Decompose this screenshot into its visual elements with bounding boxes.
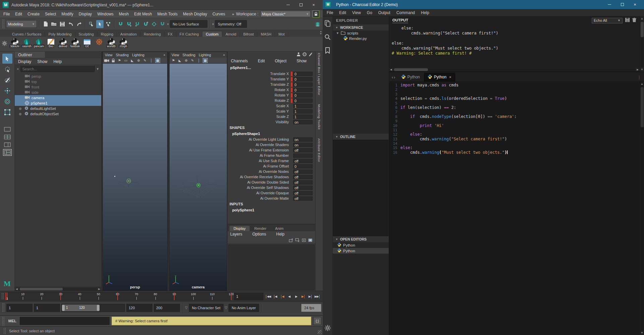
channel-value-field[interactable]: 0 — [293, 88, 313, 92]
maya-menu-create[interactable]: Create — [27, 12, 40, 16]
shelf-button-fastbak[interactable]: fastBak — [70, 38, 80, 48]
close-button[interactable]: × — [307, 1, 320, 9]
move-tool[interactable] — [2, 86, 12, 96]
charcoal-menu-output[interactable]: Output — [378, 10, 390, 15]
scroll-right-icon[interactable]: ▶ — [636, 68, 640, 71]
output-vscrollbar[interactable]: ▲ ▼ — [640, 16, 644, 72]
shelf-tab-fx-caching[interactable]: FX Caching — [176, 31, 202, 37]
shelf-tab-curves-surfaces[interactable]: Curves / Surfaces — [9, 31, 45, 37]
live-surface-field[interactable]: No Live Surface — [170, 20, 207, 28]
echo-mode-select[interactable]: Echo All▼ — [592, 18, 623, 23]
maya-menu-edit[interactable]: Edit — [15, 12, 22, 16]
snap-options-chevron[interactable]: ▾ — [167, 22, 169, 26]
timeline-drag-handle[interactable] — [1, 293, 4, 300]
search-icon[interactable] — [324, 33, 331, 41]
mel-language-toggle[interactable]: MEL — [7, 319, 18, 323]
panel-menu-chevron[interactable]: » — [164, 53, 165, 57]
mel-command-input[interactable] — [20, 317, 110, 325]
input-node-name[interactable]: polySphere1 — [228, 207, 315, 213]
nav-forward-icon[interactable]: › — [394, 75, 395, 80]
bookmark-icon[interactable]: ⚑ — [117, 58, 122, 63]
viewport-menu-shading[interactable]: Shading — [116, 53, 129, 57]
empty-layer-icon[interactable] — [302, 238, 306, 244]
shelf-button-zgrph[interactable]: zGrph — [118, 38, 129, 48]
shelf-button-oasmth[interactable]: oasmth — [21, 38, 32, 48]
scroll-left-icon[interactable]: ◀ — [389, 68, 393, 71]
channel-value-field[interactable]: 0 — [293, 164, 313, 169]
layer-menu-options[interactable]: Options — [252, 232, 266, 237]
viewport-camera[interactable]: ViewShadingLighting» ⚑◣⊕✎│▦ — [169, 52, 227, 291]
outliner-item-front[interactable]: front — [15, 84, 101, 90]
channel-value-field[interactable]: 1 — [293, 109, 313, 114]
channel-value-field[interactable]: 0 — [293, 82, 313, 87]
maya-menu-display[interactable]: Display — [79, 12, 92, 16]
command-line-drag-handle[interactable] — [2, 317, 4, 325]
help-line-drag-handle[interactable] — [3, 328, 6, 334]
grease-pencil-icon[interactable]: ✎ — [190, 58, 195, 63]
character-set-select[interactable]: No Character Set — [189, 304, 223, 312]
single-pane-layout[interactable] — [3, 126, 12, 133]
channel-value-field[interactable]: off — [293, 191, 313, 195]
save-scene-icon[interactable] — [59, 20, 66, 28]
code-area[interactable]: 1import maya.cmds as cmds234selection = … — [389, 82, 640, 335]
shelf-tab-arnold[interactable]: Arnold — [222, 31, 240, 37]
make-live-icon[interactable] — [150, 20, 158, 28]
range-drag-handle[interactable] — [2, 303, 4, 313]
maya-menu-windows[interactable]: Windows — [97, 12, 114, 16]
camera-lock-icon[interactable] — [111, 58, 116, 63]
search-options-chevron[interactable]: ▼ — [96, 67, 99, 71]
maya-menu-mesh-tools[interactable]: Mesh Tools — [157, 12, 178, 16]
outliner-item-camera[interactable]: camera — [15, 95, 101, 100]
shelf-tab-fx[interactable]: FX — [165, 31, 176, 37]
channel-value-field[interactable]: on — [293, 143, 313, 147]
scroll-up-icon[interactable]: ▲ — [641, 82, 643, 86]
step-forward-frame-button[interactable]: ▶│ — [300, 293, 307, 300]
layer-list-empty[interactable] — [228, 245, 315, 290]
snap-grid-icon[interactable] — [117, 20, 124, 28]
channel-value-field[interactable]: 0 — [293, 93, 313, 97]
shelf-tab-rendering[interactable]: Rendering — [140, 31, 165, 37]
pan-zoom-icon[interactable]: ⊕ — [136, 58, 141, 63]
shelf-scroll-arrows[interactable]: ▲▼ — [320, 30, 322, 35]
two-pane-side-layout[interactable] — [3, 141, 12, 148]
maya-menu-mesh[interactable]: Mesh — [119, 12, 129, 16]
viewport-menu-lighting[interactable]: Lighting — [132, 53, 144, 57]
outliner-title[interactable]: Outliner — [15, 52, 45, 58]
minimize-button[interactable] — [603, 0, 616, 9]
shelf-tab-animation[interactable]: Animation — [117, 31, 140, 37]
outliner-persp-layout[interactable] — [3, 149, 12, 156]
channel-value-field[interactable]: off — [293, 180, 313, 185]
pencil-quick-icon[interactable] — [309, 52, 313, 57]
symmetry-field[interactable]: Symmetry: Off — [215, 20, 247, 28]
playback-start-field[interactable]: 1 — [34, 304, 60, 312]
folder-row-scripts[interactable]: ▼ scripts — [333, 30, 389, 36]
viewport-camera-canvas[interactable]: y camera — [170, 64, 227, 290]
layer-tab-anim[interactable]: Anim — [271, 226, 287, 231]
scroll-right-icon[interactable]: ▶ — [97, 288, 101, 290]
shelf-button-wheel[interactable] — [94, 38, 105, 48]
channel-value-field[interactable]: on — [293, 137, 313, 142]
expand-toggle-icon[interactable]: ⊕ — [19, 107, 23, 111]
select-hierarchy-icon[interactable] — [88, 20, 95, 28]
maya-menu-modify[interactable]: Modify — [61, 12, 73, 16]
channel-menu-show[interactable]: Show — [297, 59, 307, 63]
workspace-select[interactable]: Maya Classic*▼ — [260, 11, 311, 17]
maya-menu-curves[interactable]: Curves — [212, 12, 225, 16]
playback-end-field[interactable]: 120 — [126, 304, 152, 312]
viewport-menu-shading[interactable]: Shading — [183, 53, 196, 57]
select-object-icon[interactable] — [96, 20, 104, 28]
charcoal-menu-go[interactable]: Go — [367, 10, 372, 15]
outliner-item-side[interactable]: side — [15, 90, 101, 95]
channel-menu-edit[interactable]: Edit — [258, 59, 265, 63]
current-frame-field[interactable]: 1 — [234, 293, 263, 300]
channel-value-field[interactable]: off — [293, 196, 313, 201]
timeline-ruler[interactable]: 1020304050607080901001101201 — [5, 292, 232, 300]
symmetry-chevron[interactable]: ▾ — [212, 22, 214, 26]
outliner-hscrollbar[interactable]: ◀ ▶ — [15, 287, 101, 291]
next-key-button[interactable]: ▶│ — [307, 293, 314, 300]
shelf-button-worldb[interactable]: worldB — [106, 38, 117, 48]
tab-list-menu-icon[interactable]: ⋮ — [637, 75, 644, 81]
shelf-button-bso[interactable]: Bso — [46, 38, 56, 48]
maya-menu-edit-mesh[interactable]: Edit Mesh — [134, 12, 152, 16]
channel-value-field[interactable]: off — [293, 186, 313, 190]
